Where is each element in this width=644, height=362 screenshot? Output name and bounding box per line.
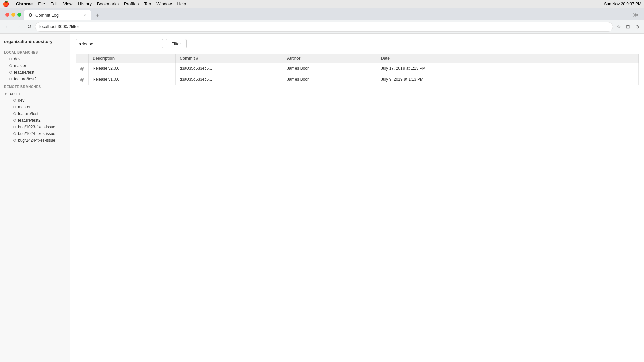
main-content: Filter Description Commit # Author Date … xyxy=(70,34,644,362)
col-header-commit: Commit # xyxy=(176,54,283,63)
window-controls xyxy=(3,10,24,20)
commit-icon: ◉ xyxy=(80,77,84,82)
address-icons: ☆ ⊞ ⊙ xyxy=(614,23,641,31)
branch-name: dev xyxy=(14,57,20,61)
menu-tab[interactable]: Tab xyxy=(144,1,151,6)
extensions-icon[interactable]: ⊞ xyxy=(624,23,632,31)
branch-circle-icon xyxy=(9,78,12,80)
filter-input[interactable] xyxy=(76,39,163,48)
remote-origin[interactable]: ▼ origin xyxy=(0,90,70,97)
branch-circle-icon xyxy=(13,132,16,135)
branch-circle-icon xyxy=(13,99,16,102)
branch-name: dev xyxy=(18,98,24,103)
url-input[interactable] xyxy=(35,22,613,32)
commit-table: Description Commit # Author Date ◉ Relea… xyxy=(76,54,639,85)
branch-name: feature/test xyxy=(18,111,38,116)
row-commit-hash: d3a035d533ec6... xyxy=(176,74,283,85)
row-author: James Boon xyxy=(283,74,377,85)
col-header-description: Description xyxy=(89,54,176,63)
branch-circle-icon xyxy=(13,119,16,122)
apple-menu[interactable]: 🍎 xyxy=(3,1,9,7)
branch-circle-icon xyxy=(13,139,16,142)
repo-title: organization/repository xyxy=(0,38,70,48)
maximize-window-button[interactable] xyxy=(17,13,21,17)
new-tab-button[interactable]: + xyxy=(93,11,102,20)
address-bar: ← → ↻ ☆ ⊞ ⊙ xyxy=(0,20,644,34)
branch-name: feature/test2 xyxy=(14,77,37,81)
menu-file[interactable]: File xyxy=(38,1,45,6)
filter-button[interactable]: Filter xyxy=(166,39,187,48)
active-tab[interactable]: ⚙ Commit Log × xyxy=(24,10,91,20)
col-header-date: Date xyxy=(377,54,639,63)
branch-circle-icon xyxy=(13,106,16,108)
row-author: James Boon xyxy=(283,63,377,74)
tab-title: Commit Log xyxy=(35,13,59,18)
back-button[interactable]: ← xyxy=(3,22,12,32)
forward-button[interactable]: → xyxy=(13,22,23,32)
remote-branch-bug-1424[interactable]: bug/1424-fixes-issue xyxy=(0,137,70,144)
menu-profiles[interactable]: Profiles xyxy=(124,1,139,6)
remote-branches-label: REMOTE BRANCHES xyxy=(0,82,70,90)
branch-name: master xyxy=(14,63,26,68)
menu-bookmarks[interactable]: Bookmarks xyxy=(97,1,119,6)
branch-circle-icon xyxy=(9,71,12,74)
table-header: Description Commit # Author Date xyxy=(76,54,639,63)
bookmark-icon[interactable]: ☆ xyxy=(614,23,623,31)
app-layout: organization/repository LOCAL BRANCHES d… xyxy=(0,34,644,362)
local-branch-master[interactable]: master xyxy=(0,62,70,69)
remote-branch-master[interactable]: master xyxy=(0,104,70,110)
menu-help[interactable]: Help xyxy=(177,1,186,6)
branch-circle-icon xyxy=(9,64,12,67)
row-date: July 17, 2019 at 1:13 PM xyxy=(377,63,639,74)
remote-branch-feature-test[interactable]: feature/test xyxy=(0,110,70,117)
local-branch-feature-test2[interactable]: feature/test2 xyxy=(0,76,70,82)
row-description: Release v2.0.0 xyxy=(89,63,176,74)
datetime-display: Sun Nov 20 9:37 PM xyxy=(604,2,641,6)
tab-close-button[interactable]: × xyxy=(82,12,87,18)
branch-circle-icon xyxy=(13,126,16,128)
branch-name: master xyxy=(18,105,31,109)
menu-history[interactable]: History xyxy=(78,1,91,6)
row-description: Release v1.0.0 xyxy=(89,74,176,85)
branch-name: feature/test xyxy=(14,70,34,75)
col-header-icon xyxy=(76,54,89,63)
remote-branch-feature-test2[interactable]: feature/test2 xyxy=(0,117,70,124)
filter-bar: Filter xyxy=(76,39,639,48)
tab-favicon-icon: ⚙ xyxy=(28,12,33,18)
local-branch-dev[interactable]: dev xyxy=(0,56,70,62)
branch-name: bug/1024-fixes-issue xyxy=(18,131,55,136)
commit-icon: ◉ xyxy=(80,66,84,71)
profile-icon[interactable]: ⊙ xyxy=(633,23,641,31)
table-row[interactable]: ◉ Release v2.0.0 d3a035d533ec6... James … xyxy=(76,63,639,74)
menu-bar-right: Sun Nov 20 9:37 PM xyxy=(604,2,641,6)
table-body: ◉ Release v2.0.0 d3a035d533ec6... James … xyxy=(76,63,639,85)
branch-name: feature/test2 xyxy=(18,118,41,123)
branch-circle-icon xyxy=(13,112,16,115)
row-icon-cell: ◉ xyxy=(76,63,89,74)
collapse-button[interactable]: ≫ xyxy=(633,12,639,18)
menu-edit[interactable]: Edit xyxy=(50,1,58,6)
tab-bar: ⚙ Commit Log × + ≫ xyxy=(0,8,644,20)
collapse-icon: ▼ xyxy=(4,92,7,96)
remote-branch-dev[interactable]: dev xyxy=(0,97,70,104)
remote-branch-bug-1023[interactable]: bug/1023-fixes-issue xyxy=(0,124,70,130)
menu-window[interactable]: Window xyxy=(156,1,172,6)
reload-button[interactable]: ↻ xyxy=(24,22,34,32)
table-row[interactable]: ◉ Release v1.0.0 d3a035d533ec6... James … xyxy=(76,74,639,85)
close-window-button[interactable] xyxy=(5,13,9,17)
origin-name: origin xyxy=(10,91,20,96)
remote-branch-bug-1024[interactable]: bug/1024-fixes-issue xyxy=(0,130,70,137)
menu-view[interactable]: View xyxy=(63,1,72,6)
row-icon-cell: ◉ xyxy=(76,74,89,85)
local-branches-label: LOCAL BRANCHES xyxy=(0,48,70,56)
branch-name: bug/1023-fixes-issue xyxy=(18,125,55,129)
menu-chrome[interactable]: Chrome xyxy=(16,1,33,6)
menu-bar: 🍎 Chrome File Edit View History Bookmark… xyxy=(0,0,644,8)
col-header-author: Author xyxy=(283,54,377,63)
row-date: July 9, 2019 at 1:13 PM xyxy=(377,74,639,85)
sidebar: organization/repository LOCAL BRANCHES d… xyxy=(0,34,70,362)
branch-circle-icon xyxy=(9,58,12,60)
minimize-window-button[interactable] xyxy=(11,13,15,17)
branch-name: bug/1424-fixes-issue xyxy=(18,138,55,143)
local-branch-feature-test[interactable]: feature/test xyxy=(0,69,70,76)
